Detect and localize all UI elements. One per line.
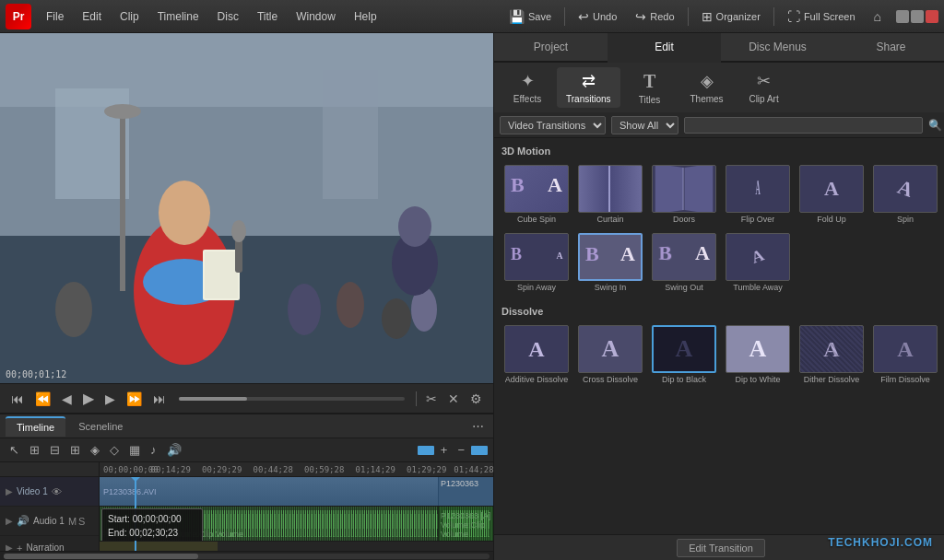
tab-sceneline[interactable]: Sceneline — [67, 417, 134, 436]
svg-point-9 — [231, 220, 246, 242]
effect-dip-to-black[interactable]: A Dip to Black — [649, 322, 719, 387]
save-button[interactable]: 💾 Save — [502, 6, 559, 27]
edit-transition-button[interactable]: Edit Transition — [677, 539, 765, 557]
section-title-dissolve: Dissolve — [502, 306, 940, 317]
zoom-out[interactable]: − — [454, 441, 468, 459]
redo-button[interactable]: ↪ Redo — [628, 6, 681, 27]
subtab-themes[interactable]: ◈ Themes — [679, 67, 735, 108]
organizer-button[interactable]: ⊞ Organizer — [694, 6, 768, 27]
tc-2: 00;29;29 — [202, 465, 242, 474]
slide-tool[interactable]: ▦ — [125, 441, 144, 459]
search-input[interactable] — [684, 117, 923, 134]
effect-fold-up[interactable]: A Fold Up — [796, 162, 867, 227]
tab-disc-menus[interactable]: Disc Menus — [721, 33, 834, 63]
audio-track-1: Start: 00;00;00;00 End: 00;02;30;23 Dura… — [100, 507, 493, 542]
effect-spin[interactable]: A Spin — [870, 162, 940, 227]
razor-tool[interactable]: ◈ — [87, 441, 103, 459]
timeline-scrollbar[interactable] — [0, 551, 493, 560]
eye-icon[interactable]: 👁 — [52, 486, 62, 497]
tab-timeline[interactable]: Timeline — [6, 416, 65, 437]
right-panel-wrapper: 3D Motion B A Cube Spin — [494, 138, 944, 560]
audio-tool[interactable]: ♪ — [147, 441, 160, 459]
tab-share[interactable]: Share — [834, 33, 944, 63]
right-panel: Project Edit Disc Menus Share ✦ Effects … — [493, 33, 944, 560]
effect-cross-dissolve[interactable]: A Cross Dissolve — [575, 322, 645, 387]
scroll-thumb[interactable] — [4, 554, 198, 559]
effect-cube-spin[interactable]: B A Cube Spin — [502, 162, 572, 227]
subtab-effects[interactable]: ✦ Effects — [500, 67, 555, 108]
svg-rect-16 — [323, 70, 378, 199]
next-frame-button[interactable]: ▶ — [101, 390, 119, 408]
rate-stretch-tool[interactable]: ⊞ — [66, 441, 84, 459]
go-to-end-button[interactable]: ⏭ — [149, 390, 170, 408]
menu-disc[interactable]: Disc — [210, 6, 246, 27]
step-back-button[interactable]: ⏪ — [31, 390, 54, 408]
tab-project[interactable]: Project — [494, 33, 608, 63]
play-button[interactable]: ▶ — [79, 388, 98, 409]
effects-content: 3D Motion B A Cube Spin — [494, 138, 944, 534]
effect-flip-over[interactable]: A Flip Over — [723, 162, 793, 227]
slip-tool[interactable]: ◇ — [106, 441, 123, 459]
effect-additive-dissolve[interactable]: A Additive Dissolve — [502, 322, 572, 387]
timeline-tracks: 00;00;00;00 00;14;29 00;29;29 00;44;28 0… — [100, 462, 493, 551]
dissolve-grid: A Additive Dissolve A Cross Dissolve A — [502, 322, 940, 387]
clip-tooltip: Start: 00;00;00;00 End: 00;02;30;23 Dura… — [101, 508, 203, 542]
effect-swing-in[interactable]: B A Swing In — [575, 230, 645, 295]
go-to-start-button[interactable]: ⏮ — [7, 390, 28, 408]
prev-frame-button[interactable]: ◀ — [58, 390, 76, 408]
undo-button[interactable]: ↩ Undo — [571, 6, 624, 27]
svg-point-18 — [398, 206, 431, 247]
right-panel-tabs: Project Edit Disc Menus Share — [494, 33, 944, 63]
show-dropdown[interactable]: Show All — [611, 116, 678, 134]
effect-doors[interactable]: Doors — [649, 162, 719, 227]
window-minimize[interactable] — [896, 10, 909, 23]
menu-timeline[interactable]: Timeline — [150, 6, 206, 27]
video-preview: 00;00;01;12 — [0, 33, 493, 383]
scroll-track[interactable] — [4, 554, 490, 559]
home-button[interactable]: ⌂ — [867, 6, 889, 27]
fullscreen-button[interactable]: ⛶ Full Screen — [780, 6, 863, 27]
menu-title[interactable]: Title — [250, 6, 285, 27]
subtab-clip-art[interactable]: ✂ Clip Art — [737, 67, 792, 108]
solo-icon[interactable]: S — [78, 516, 85, 527]
volume-tool[interactable]: 🔊 — [163, 441, 185, 459]
category-dropdown[interactable]: Video Transitions — [500, 116, 606, 134]
window-close[interactable] — [926, 10, 938, 23]
ruler-spacer — [0, 462, 99, 477]
tab-edit[interactable]: Edit — [608, 33, 721, 63]
settings-button[interactable]: ⚙ — [466, 390, 486, 408]
video-track-1: P1230386.AVI P1230363 — [100, 477, 493, 507]
menu-edit[interactable]: Edit — [75, 6, 109, 27]
window-maximize[interactable] — [911, 10, 924, 23]
subtab-transitions[interactable]: ⇄ Transitions — [557, 67, 620, 108]
timeline-options[interactable]: ⋯ — [468, 417, 488, 435]
delete-button[interactable]: ✕ — [444, 390, 463, 408]
subtab-titles[interactable]: T Titles — [622, 67, 678, 109]
effect-spin-away[interactable]: B A Spin Away — [502, 230, 572, 295]
effect-tumble-away[interactable]: A Tumble Away — [723, 230, 793, 295]
svg-rect-7 — [205, 251, 238, 298]
effect-swing-out[interactable]: B A Swing Out — [649, 230, 719, 295]
menu-window[interactable]: Window — [289, 6, 343, 27]
menu-clip[interactable]: Clip — [112, 6, 147, 27]
track-label-narration: ▶ + Narration — [0, 536, 99, 551]
video-clip-right: P1230363 — [438, 477, 493, 506]
cut-button[interactable]: ✂ — [422, 390, 441, 408]
video-clip[interactable]: P1230386.AVI — [100, 477, 493, 506]
effect-curtain[interactable]: Curtain — [575, 162, 645, 227]
ripple-tool[interactable]: ⊞ — [26, 441, 43, 459]
step-forward-button[interactable]: ⏩ — [123, 390, 146, 408]
menu-file[interactable]: File — [39, 6, 71, 27]
svg-point-20 — [104, 104, 141, 119]
effect-dip-to-white[interactable]: A Dip to White — [723, 322, 793, 387]
zoom-in[interactable]: + — [437, 441, 452, 459]
select-tool[interactable]: ↖ — [6, 441, 23, 459]
mute-icon[interactable]: M — [68, 516, 77, 527]
effect-dither-dissolve[interactable]: A Dither Dissolve — [796, 322, 867, 387]
fullscreen-icon: ⛶ — [787, 9, 800, 24]
playback-scrubber[interactable] — [179, 397, 405, 401]
svg-point-12 — [336, 282, 364, 328]
effect-film-dissolve[interactable]: A Film Dissolve — [870, 322, 940, 387]
menu-help[interactable]: Help — [347, 6, 384, 27]
rolling-tool[interactable]: ⊟ — [46, 441, 64, 459]
